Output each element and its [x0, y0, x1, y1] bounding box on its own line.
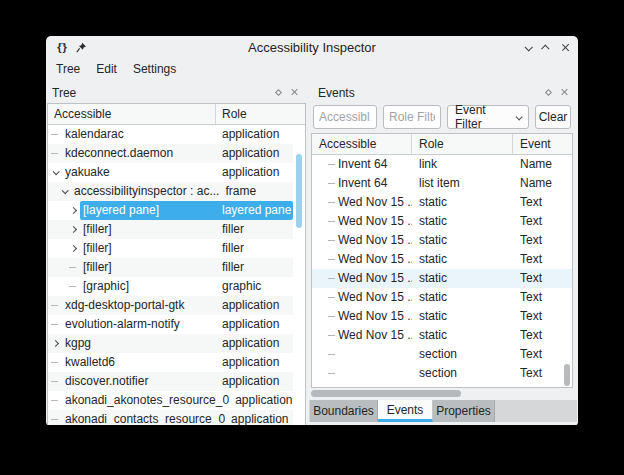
- expander-open-icon[interactable]: [48, 163, 62, 182]
- float-dock-icon[interactable]: [545, 89, 552, 96]
- minimize-icon[interactable]: [525, 40, 531, 54]
- event-accessible: Invent 64: [338, 155, 387, 174]
- menu-tree[interactable]: Tree: [48, 60, 88, 78]
- event-type: Text: [513, 288, 572, 307]
- titlebar[interactable]: { } Accessibility Inspector: [46, 36, 578, 58]
- tree-row[interactable]: kwalletd6application: [48, 353, 293, 372]
- event-row[interactable]: sectionText: [312, 345, 572, 364]
- tree-item-role: application: [216, 353, 293, 372]
- event-row[interactable]: Invent 64list itemName: [312, 174, 572, 193]
- expander-closed-icon[interactable]: [48, 334, 62, 353]
- event-filter-dropdown[interactable]: Event Filter: [447, 105, 529, 129]
- clear-button[interactable]: Clear: [535, 105, 571, 129]
- event-row[interactable]: Invent 64linkName: [312, 155, 572, 174]
- event-row[interactable]: Wed Nov 15 ...staticText: [312, 288, 572, 307]
- tree-vertical-scrollbar[interactable]: [296, 154, 302, 228]
- close-icon[interactable]: [561, 43, 570, 52]
- events-dock-header: Events: [309, 82, 577, 103]
- events-hscroll-zone: [309, 388, 577, 400]
- tree-row[interactable]: accessibilityinspector : ac...frame: [48, 182, 293, 201]
- branch-line: [328, 202, 335, 203]
- expander-closed-icon[interactable]: [48, 201, 80, 220]
- event-accessible: Wed Nov 15 ...: [338, 231, 412, 250]
- tree-item-name: xdg-desktop-portal-gtk: [62, 296, 216, 315]
- tree-item-role: frame: [219, 182, 296, 201]
- tree-item-name: kdeconnect.daemon: [62, 144, 216, 163]
- tree-item-role: filler: [216, 258, 293, 277]
- event-row[interactable]: sectionText: [312, 364, 572, 383]
- event-row[interactable]: Wed Nov 15 ...staticText: [312, 269, 572, 288]
- event-row[interactable]: Wed Nov 15 ...staticText: [312, 193, 572, 212]
- accessible-filter-input[interactable]: [313, 105, 377, 129]
- bottom-tabbar: BoundariesEventsProperties: [309, 400, 577, 425]
- event-accessible: Wed Nov 15 ...: [338, 212, 412, 231]
- branch-line: [48, 296, 62, 315]
- tree-row[interactable]: discover.notifierapplication: [48, 372, 293, 391]
- accessible-tree-table: Accessible Role kalendaracapplicationkde…: [47, 103, 306, 425]
- expander-closed-icon[interactable]: [48, 239, 80, 258]
- tree-table-header: Accessible Role: [48, 104, 305, 125]
- tree-row[interactable]: kalendaracapplication: [48, 125, 293, 144]
- branch-line: [328, 183, 335, 184]
- event-accessible: Invent 64: [338, 174, 387, 193]
- tree-row[interactable]: kgpgapplication: [48, 334, 293, 353]
- event-row[interactable]: Wed Nov 15 ...staticText: [312, 231, 572, 250]
- tree-item-name: [filler]: [80, 258, 216, 277]
- column-header-role[interactable]: Role: [412, 134, 513, 154]
- tab-events[interactable]: Events: [378, 400, 433, 422]
- column-header-accessible[interactable]: Accessible: [312, 134, 412, 154]
- branch-line: [328, 316, 335, 317]
- menu-edit[interactable]: Edit: [88, 60, 125, 78]
- branch-line: [48, 125, 62, 144]
- desktop-background: { } Accessibility Inspector Tree Edit Se…: [0, 0, 624, 475]
- role-filter-input[interactable]: [383, 105, 441, 129]
- event-role: static: [412, 193, 513, 212]
- branch-line: [48, 391, 62, 410]
- tree-row[interactable]: akonadi_contacts_resource_0application: [48, 410, 293, 425]
- close-dock-icon[interactable]: [560, 88, 569, 97]
- tree-item-name: accessibilityinspector : ac...: [71, 182, 219, 201]
- tree-item-role: filler: [216, 239, 293, 258]
- tree-item-role: application: [216, 163, 293, 182]
- chevron-down-icon: [516, 113, 523, 120]
- tree-row[interactable]: yakuakeapplication: [48, 163, 293, 182]
- events-table-header: Accessible Role Event: [312, 134, 572, 155]
- column-header-role[interactable]: Role: [216, 104, 247, 124]
- tree-row[interactable]: [filler]filler: [48, 220, 293, 239]
- event-row[interactable]: Wed Nov 15 ...staticText: [312, 326, 572, 345]
- tree-row[interactable]: akonadi_akonotes_resource_0application: [48, 391, 293, 410]
- event-row[interactable]: Wed Nov 15 ...staticText: [312, 250, 572, 269]
- column-header-event[interactable]: Event: [513, 134, 572, 154]
- tree-row[interactable]: [filler]filler: [48, 258, 293, 277]
- branch-line: [48, 258, 80, 277]
- event-type: Text: [513, 269, 572, 288]
- event-row[interactable]: Wed Nov 15 ...staticText: [312, 307, 572, 326]
- event-role: section: [412, 364, 513, 383]
- events-vertical-scrollbar[interactable]: [564, 364, 570, 386]
- event-accessible: Wed Nov 15 ...: [338, 307, 412, 326]
- tree-row[interactable]: xdg-desktop-portal-gtkapplication: [48, 296, 293, 315]
- expander-open-icon[interactable]: [48, 182, 71, 201]
- tab-properties[interactable]: Properties: [433, 400, 495, 422]
- close-dock-icon[interactable]: [290, 88, 299, 97]
- maximize-icon[interactable]: [543, 40, 549, 54]
- tab-boundaries[interactable]: Boundaries: [310, 400, 378, 422]
- tree-row[interactable]: kdeconnect.daemonapplication: [48, 144, 293, 163]
- tree-row[interactable]: [filler]filler: [48, 239, 293, 258]
- tree-row[interactable]: [graphic]graphic: [48, 277, 293, 296]
- event-accessible: Wed Nov 15 ...: [338, 288, 412, 307]
- float-dock-icon[interactable]: [275, 89, 282, 96]
- tree-item-role: application: [216, 372, 293, 391]
- events-table: Accessible Role Event Invent 64linkNameI…: [311, 133, 573, 388]
- tree-item-role: layered pane: [216, 201, 293, 220]
- tree-row[interactable]: evolution-alarm-notifyapplication: [48, 315, 293, 334]
- expander-closed-icon[interactable]: [48, 220, 80, 239]
- tree-item-name: akonadi_akonotes_resource_0: [62, 391, 229, 410]
- branch-line: [328, 297, 335, 298]
- column-header-accessible[interactable]: Accessible: [48, 104, 216, 124]
- events-horizontal-scrollbar[interactable]: [311, 390, 461, 397]
- event-row[interactable]: Wed Nov 15 ...staticText: [312, 212, 572, 231]
- tree-item-name: discover.notifier: [62, 372, 216, 391]
- menu-settings[interactable]: Settings: [125, 60, 184, 78]
- tree-row[interactable]: [layered pane]layered pane: [48, 201, 293, 220]
